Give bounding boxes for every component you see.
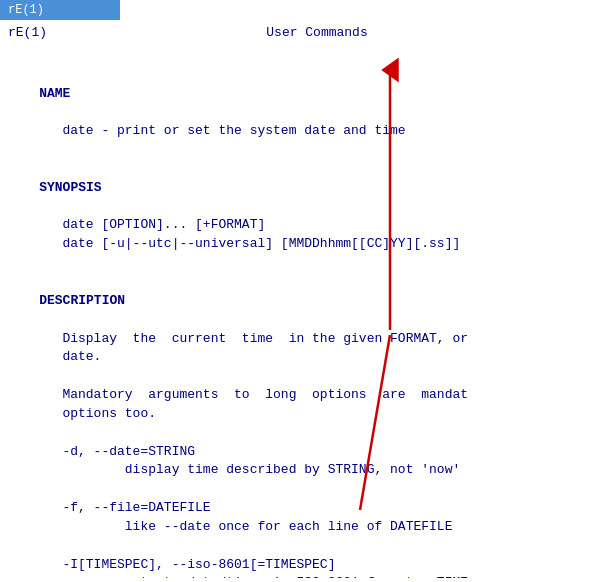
title-text: rE(1) (8, 3, 44, 17)
name-section-label: NAME (0, 66, 595, 123)
title-bar: rE(1) (0, 0, 120, 20)
name-content: date - print or set the system date and … (0, 122, 595, 141)
blank-line-3 (0, 254, 595, 273)
desc-line-0: Display the current time in the given FO… (0, 330, 595, 349)
synopsis-section-label: SYNOPSIS (0, 160, 595, 217)
header-center: User Commands (266, 24, 367, 43)
blank-line-2 (0, 141, 595, 160)
desc-line-9: -f, --file=DATEFILE (0, 499, 595, 518)
blank-line-1 (0, 47, 595, 66)
desc-line-7: display time described by STRING, not 'n… (0, 461, 595, 480)
desc-line-3: Mandatory arguments to long options are … (0, 386, 595, 405)
desc-line-13: output date/time in ISO 8601 format. TIM… (0, 574, 595, 578)
synopsis-line-2: date [-u|--utc|--universal] [MMDDhhmm[[C… (0, 235, 595, 254)
desc-line-4: options too. (0, 405, 595, 424)
desc-blank-2 (0, 424, 595, 443)
header-left: rE(1) (8, 24, 47, 43)
desc-line-6: -d, --date=STRING (0, 443, 595, 462)
content-area: rE(1) User Commands NAME date - print or… (0, 20, 595, 578)
desc-blank-4 (0, 537, 595, 556)
desc-line-10: like --date once for each line of DATEFI… (0, 518, 595, 537)
desc-blank-1 (0, 367, 595, 386)
header-row: rE(1) User Commands (0, 24, 595, 47)
desc-line-1: date. (0, 348, 595, 367)
synopsis-line-1: date [OPTION]... [+FORMAT] (0, 216, 595, 235)
desc-blank-3 (0, 480, 595, 499)
desc-line-12: -I[TIMESPEC], --iso-8601[=TIMESPEC] (0, 556, 595, 575)
description-section-label: DESCRIPTION (0, 273, 595, 330)
